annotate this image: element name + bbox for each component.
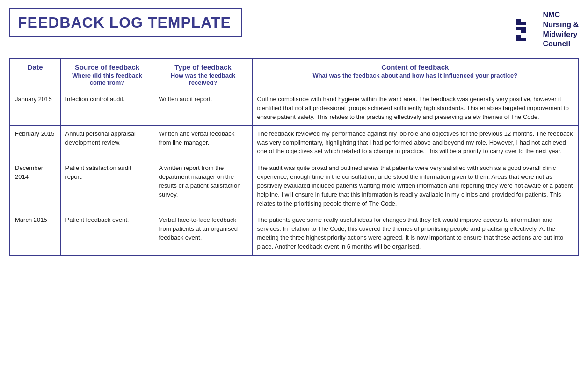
svg-rect-6 [521, 35, 526, 38]
svg-rect-5 [516, 30, 521, 33]
cell-content: The audit was quite broad and outlined a… [252, 160, 578, 212]
nmc-logo-icon [515, 18, 539, 42]
cell-type: A written report from the department man… [154, 160, 252, 212]
nmc-logo-text: NMC Nursing &MidwiferyCouncil [543, 10, 579, 49]
cell-source: Infection control audit. [60, 91, 154, 126]
col-header-date: Date [10, 58, 60, 91]
cell-date: December 2014 [10, 160, 60, 212]
cell-content: Outline compliance with hand hygiene wit… [252, 91, 578, 126]
col-header-source: Source of feedback Where did this feedba… [60, 58, 154, 91]
feedback-table: Date Source of feedback Where did this f… [9, 58, 579, 256]
logo-area: NMC Nursing &MidwiferyCouncil [515, 8, 579, 49]
cell-source: Patient satisfaction audit report. [60, 160, 154, 212]
svg-rect-4 [521, 19, 526, 22]
page-title: FEEDBACK LOG TEMPLATE [18, 14, 231, 31]
table-row: February 2015Annual personal appraisal d… [10, 125, 578, 160]
cell-type: Written and verbal feedback from line ma… [154, 125, 252, 160]
table-row: December 2014Patient satisfaction audit … [10, 160, 578, 212]
cell-content: The patients gave some really useful ide… [252, 212, 578, 256]
table-row: March 2015Patient feedback event.Verbal … [10, 212, 578, 256]
page-header: FEEDBACK LOG TEMPLATE NMC Nursing &Midwi… [9, 8, 579, 49]
cell-type: Written audit report. [154, 91, 252, 126]
cell-date: March 2015 [10, 212, 60, 256]
title-box: FEEDBACK LOG TEMPLATE [9, 8, 242, 37]
cell-content: The feedback reviewed my performance aga… [252, 125, 578, 160]
cell-date: February 2015 [10, 125, 60, 160]
cell-source: Annual personal appraisal development re… [60, 125, 154, 160]
cell-type: Verbal face-to-face feedback from patien… [154, 212, 252, 256]
table-header-row: Date Source of feedback Where did this f… [10, 58, 578, 91]
cell-source: Patient feedback event. [60, 212, 154, 256]
table-row: January 2015Infection control audit.Writ… [10, 91, 578, 126]
cell-date: January 2015 [10, 91, 60, 126]
col-header-content: Content of feedback What was the feedbac… [252, 58, 578, 91]
col-header-type: Type of feedback How was the feedback re… [154, 58, 252, 91]
